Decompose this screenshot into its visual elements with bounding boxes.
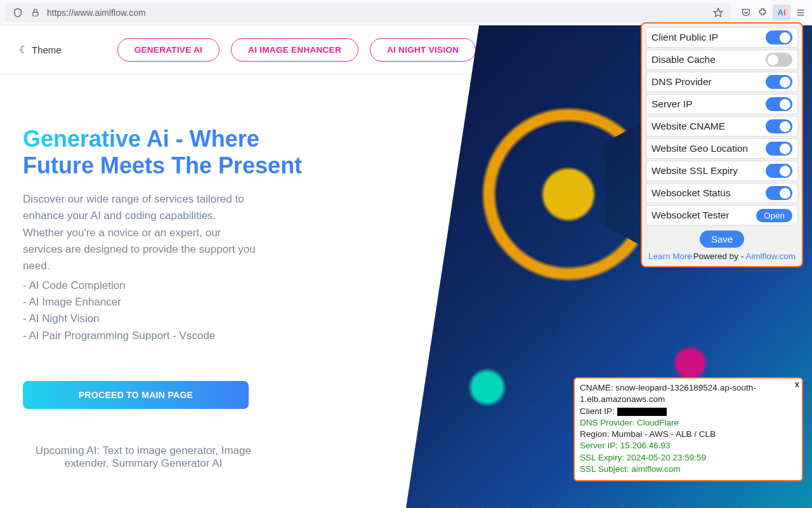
extensions-icon[interactable] <box>756 6 769 19</box>
powered-by-label: Powered by - <box>693 251 746 261</box>
extension-row: Website Geo Location <box>646 138 798 159</box>
hero-feature-list: - AI Code Completion - AI Image Enhancer… <box>23 277 330 344</box>
redacted-ip <box>617 408 667 416</box>
close-icon[interactable]: x <box>795 378 799 391</box>
extension-row-label: Disable Cache <box>652 54 716 65</box>
extension-row: Website CNAME <box>646 116 798 137</box>
toggle-switch[interactable] <box>766 30 792 44</box>
upcoming-note: Upcoming AI: Text to image generator, Im… <box>23 444 264 470</box>
browser-toolbar: https://www.aimlflow.com Ai <box>0 0 812 25</box>
toggle-switch[interactable] <box>766 142 792 156</box>
menu-icon[interactable] <box>794 6 807 19</box>
extension-row: Websocket TesterOpen <box>646 205 798 225</box>
toggle-switch[interactable] <box>766 119 792 133</box>
lock-icon <box>29 6 42 19</box>
toggle-switch[interactable] <box>766 53 792 67</box>
hero-content: Generative Ai - Where Future Meets The P… <box>0 75 330 470</box>
svg-marker-1 <box>714 8 722 17</box>
proceed-button[interactable]: PROCEED TO MAIN PAGE <box>23 381 249 409</box>
extension-row-label: DNS Provider <box>652 76 712 88</box>
extension-row-label: Websocket Status <box>652 187 731 199</box>
brand-link[interactable]: Aimlflow.com <box>745 251 796 261</box>
pocket-icon[interactable] <box>740 6 752 19</box>
extension-footer: Learn More Powered by - Aimlflow.com <box>646 251 798 261</box>
extension-row-label: Website CNAME <box>652 121 725 132</box>
extension-row: DNS Provider <box>646 72 798 92</box>
url-bar[interactable]: https://www.aimlflow.com <box>5 3 731 22</box>
nav-pill-night-vision[interactable]: AI NIGHT VISION <box>370 38 476 62</box>
extension-row: Disable Cache <box>646 50 798 70</box>
site-info-overlay: x CNAME: snow-leopard-1326189524.ap-sout… <box>573 377 803 481</box>
extension-row: Website SSL Expiry <box>646 161 798 181</box>
info-line: CNAME: snow-leopard-1326189524.ap-south-… <box>580 382 797 405</box>
svg-rect-0 <box>33 12 38 16</box>
moon-icon: ☾ <box>19 44 28 56</box>
list-item: - AI Image Enhancer <box>23 294 330 311</box>
info-line: SSL Subject: aimlflow.com <box>580 464 797 475</box>
star-icon[interactable] <box>712 6 724 19</box>
theme-toggle[interactable]: ☾ Theme <box>19 44 62 56</box>
toolbar-right: Ai <box>740 4 807 21</box>
hero-title: Generative Ai - Where Future Meets The P… <box>23 126 330 180</box>
nav-pill-image-enhancer[interactable]: AI IMAGE ENHANCER <box>231 38 358 62</box>
shield-icon <box>11 6 24 19</box>
info-line: Server IP: 15.206.46.93 <box>580 440 797 451</box>
list-item: - AI Pair Programming Support - Vscode <box>23 328 330 344</box>
save-button[interactable]: Save <box>700 231 744 248</box>
toggle-switch[interactable] <box>766 164 792 178</box>
info-line: SSL Expiry: 2024-05-20 23:59:59 <box>580 452 797 464</box>
open-button[interactable]: Open <box>756 209 792 222</box>
list-item: - AI Night Vision <box>23 311 330 327</box>
theme-label: Theme <box>32 44 62 55</box>
list-item: - AI Code Completion <box>23 277 330 294</box>
extension-row-label: Website Geo Location <box>652 143 748 154</box>
info-line: Region: Mumbai - AWS - ALB / CLB <box>580 429 797 440</box>
toggle-switch[interactable] <box>766 97 792 111</box>
extension-row-label: Website SSL Expiry <box>652 165 738 177</box>
info-line: DNS Provider: CloudFlare <box>580 417 797 429</box>
nav-pill-generative-ai[interactable]: GENERATIVE AI <box>117 38 219 62</box>
extension-popup: Client Public IPDisable CacheDNS Provide… <box>641 22 803 267</box>
extension-row: Server IP <box>646 94 798 114</box>
toggle-switch[interactable] <box>766 186 792 200</box>
url-text: https://www.aimlflow.com <box>47 8 707 18</box>
toggle-switch[interactable] <box>766 75 792 89</box>
hero-description: Discover our wide range of services tail… <box>23 191 258 275</box>
aimlflow-extension-icon[interactable]: Ai <box>773 4 790 21</box>
extension-row: Websocket Status <box>646 183 798 203</box>
info-line: Client IP: <box>580 406 797 417</box>
extension-row-label: Client Public IP <box>652 32 718 43</box>
extension-row-label: Websocket Tester <box>652 210 730 221</box>
learn-more-link[interactable]: Learn More <box>648 251 692 261</box>
extension-row: Client Public IP <box>646 27 798 48</box>
extension-row-label: Server IP <box>652 98 693 110</box>
